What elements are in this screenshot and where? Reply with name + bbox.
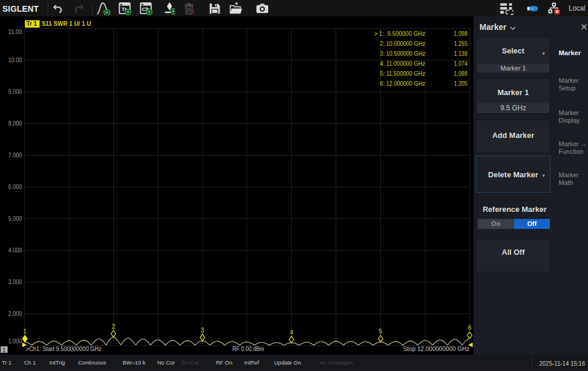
svg-text:7.000: 7.000 <box>8 151 22 158</box>
svg-text:Tr 1: Tr 1 <box>26 21 37 27</box>
svg-text:1.138: 1.138 <box>454 50 468 57</box>
svg-text:5.000: 5.000 <box>8 215 22 222</box>
svg-text:3: 3 <box>201 326 204 333</box>
svg-text:2.000: 2.000 <box>8 310 22 317</box>
svg-text:3.000: 3.000 <box>8 278 22 285</box>
svg-text:1: 1 <box>23 328 27 335</box>
svg-text:3: 10.500000 GHz: 3: 10.500000 GHz <box>380 50 425 57</box>
svg-text:1: 1 <box>2 347 6 353</box>
svg-text:Stop 12.000000000 GHz: Stop 12.000000000 GHz <box>403 346 469 352</box>
svg-text:4.000: 4.000 <box>8 247 22 254</box>
svg-text:4: 11.000000 GHz: 4: 11.000000 GHz <box>380 60 425 67</box>
svg-text:RF 0.00 dBm: RF 0.00 dBm <box>232 346 264 352</box>
svg-text:6: 6 <box>468 324 471 331</box>
svg-text:1.074: 1.074 <box>454 60 468 67</box>
svg-text:6.000: 6.000 <box>8 183 22 190</box>
svg-text:1.098: 1.098 <box>454 70 468 77</box>
svg-text:>Ch1: Start 9.500000000 GHz: >Ch1: Start 9.500000000 GHz <box>26 346 102 352</box>
svg-text:S11 SWR 1 U/ 1 U: S11 SWR 1 U/ 1 U <box>42 20 91 27</box>
svg-text:4: 4 <box>290 329 293 336</box>
svg-text:10.00: 10.00 <box>8 56 22 63</box>
svg-text:1.255: 1.255 <box>454 40 468 47</box>
svg-text:1.000: 1.000 <box>8 338 22 345</box>
svg-text:5: 11.500000 GHz: 5: 11.500000 GHz <box>380 70 425 77</box>
svg-text:5: 5 <box>379 328 383 335</box>
svg-text:2: 2 <box>111 323 115 330</box>
svg-text:> 1: 9.500000 GHz: > 1: 9.500000 GHz <box>374 30 425 37</box>
svg-text:11.00: 11.00 <box>8 28 22 35</box>
svg-text:6: 12.000000 GHz: 6: 12.000000 GHz <box>380 80 425 87</box>
svg-text:8.000: 8.000 <box>8 120 22 127</box>
svg-text:9.000: 9.000 <box>8 88 22 95</box>
svg-text:1.098: 1.098 <box>454 30 468 37</box>
svg-text:1.205: 1.205 <box>454 80 468 87</box>
svg-text:2: 10.000000 GHz: 2: 10.000000 GHz <box>380 40 425 47</box>
